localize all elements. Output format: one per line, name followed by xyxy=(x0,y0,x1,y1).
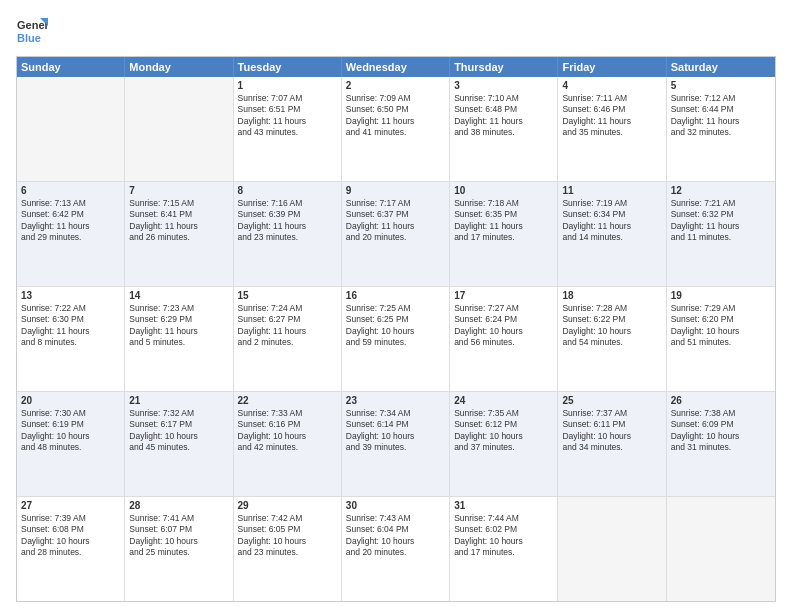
day-info-12: Sunrise: 7:21 AMSunset: 6:32 PMDaylight:… xyxy=(671,198,771,244)
day-number-11: 11 xyxy=(562,185,661,196)
day-info-14: Sunrise: 7:23 AMSunset: 6:29 PMDaylight:… xyxy=(129,303,228,349)
day-cell-20: 20Sunrise: 7:30 AMSunset: 6:19 PMDayligh… xyxy=(17,392,125,496)
day-cell-15: 15Sunrise: 7:24 AMSunset: 6:27 PMDayligh… xyxy=(234,287,342,391)
day-cell-30: 30Sunrise: 7:43 AMSunset: 6:04 PMDayligh… xyxy=(342,497,450,601)
day-cell-11: 11Sunrise: 7:19 AMSunset: 6:34 PMDayligh… xyxy=(558,182,666,286)
day-info-27: Sunrise: 7:39 AMSunset: 6:08 PMDaylight:… xyxy=(21,513,120,559)
day-number-14: 14 xyxy=(129,290,228,301)
day-cell-21: 21Sunrise: 7:32 AMSunset: 6:17 PMDayligh… xyxy=(125,392,233,496)
day-number-21: 21 xyxy=(129,395,228,406)
day-number-9: 9 xyxy=(346,185,445,196)
day-info-25: Sunrise: 7:37 AMSunset: 6:11 PMDaylight:… xyxy=(562,408,661,454)
day-cell-14: 14Sunrise: 7:23 AMSunset: 6:29 PMDayligh… xyxy=(125,287,233,391)
day-cell-31: 31Sunrise: 7:44 AMSunset: 6:02 PMDayligh… xyxy=(450,497,558,601)
day-cell-28: 28Sunrise: 7:41 AMSunset: 6:07 PMDayligh… xyxy=(125,497,233,601)
day-cell-13: 13Sunrise: 7:22 AMSunset: 6:30 PMDayligh… xyxy=(17,287,125,391)
day-number-18: 18 xyxy=(562,290,661,301)
day-info-21: Sunrise: 7:32 AMSunset: 6:17 PMDaylight:… xyxy=(129,408,228,454)
day-number-31: 31 xyxy=(454,500,553,511)
day-info-15: Sunrise: 7:24 AMSunset: 6:27 PMDaylight:… xyxy=(238,303,337,349)
day-cell-17: 17Sunrise: 7:27 AMSunset: 6:24 PMDayligh… xyxy=(450,287,558,391)
day-number-25: 25 xyxy=(562,395,661,406)
logo: General Blue xyxy=(16,16,48,48)
day-info-29: Sunrise: 7:42 AMSunset: 6:05 PMDaylight:… xyxy=(238,513,337,559)
day-cell-1: 1Sunrise: 7:07 AMSunset: 6:51 PMDaylight… xyxy=(234,77,342,181)
day-info-1: Sunrise: 7:07 AMSunset: 6:51 PMDaylight:… xyxy=(238,93,337,139)
day-info-8: Sunrise: 7:16 AMSunset: 6:39 PMDaylight:… xyxy=(238,198,337,244)
day-cell-29: 29Sunrise: 7:42 AMSunset: 6:05 PMDayligh… xyxy=(234,497,342,601)
day-info-3: Sunrise: 7:10 AMSunset: 6:48 PMDaylight:… xyxy=(454,93,553,139)
day-number-2: 2 xyxy=(346,80,445,91)
day-info-11: Sunrise: 7:19 AMSunset: 6:34 PMDaylight:… xyxy=(562,198,661,244)
day-info-6: Sunrise: 7:13 AMSunset: 6:42 PMDaylight:… xyxy=(21,198,120,244)
empty-cell-0-0 xyxy=(17,77,125,181)
page: General Blue SundayMondayTuesdayWednesda… xyxy=(0,0,792,612)
week-row-2: 6Sunrise: 7:13 AMSunset: 6:42 PMDaylight… xyxy=(17,182,775,287)
day-number-20: 20 xyxy=(21,395,120,406)
day-info-2: Sunrise: 7:09 AMSunset: 6:50 PMDaylight:… xyxy=(346,93,445,139)
header-cell-monday: Monday xyxy=(125,57,233,77)
header-cell-wednesday: Wednesday xyxy=(342,57,450,77)
day-info-9: Sunrise: 7:17 AMSunset: 6:37 PMDaylight:… xyxy=(346,198,445,244)
day-info-24: Sunrise: 7:35 AMSunset: 6:12 PMDaylight:… xyxy=(454,408,553,454)
header-cell-thursday: Thursday xyxy=(450,57,558,77)
day-cell-4: 4Sunrise: 7:11 AMSunset: 6:46 PMDaylight… xyxy=(558,77,666,181)
day-number-6: 6 xyxy=(21,185,120,196)
day-cell-26: 26Sunrise: 7:38 AMSunset: 6:09 PMDayligh… xyxy=(667,392,775,496)
day-info-7: Sunrise: 7:15 AMSunset: 6:41 PMDaylight:… xyxy=(129,198,228,244)
day-number-19: 19 xyxy=(671,290,771,301)
day-cell-6: 6Sunrise: 7:13 AMSunset: 6:42 PMDaylight… xyxy=(17,182,125,286)
day-number-10: 10 xyxy=(454,185,553,196)
day-number-27: 27 xyxy=(21,500,120,511)
day-info-13: Sunrise: 7:22 AMSunset: 6:30 PMDaylight:… xyxy=(21,303,120,349)
day-cell-5: 5Sunrise: 7:12 AMSunset: 6:44 PMDaylight… xyxy=(667,77,775,181)
day-cell-8: 8Sunrise: 7:16 AMSunset: 6:39 PMDaylight… xyxy=(234,182,342,286)
empty-cell-4-6 xyxy=(667,497,775,601)
day-info-26: Sunrise: 7:38 AMSunset: 6:09 PMDaylight:… xyxy=(671,408,771,454)
day-number-17: 17 xyxy=(454,290,553,301)
day-info-31: Sunrise: 7:44 AMSunset: 6:02 PMDaylight:… xyxy=(454,513,553,559)
week-row-5: 27Sunrise: 7:39 AMSunset: 6:08 PMDayligh… xyxy=(17,497,775,601)
day-number-1: 1 xyxy=(238,80,337,91)
day-info-16: Sunrise: 7:25 AMSunset: 6:25 PMDaylight:… xyxy=(346,303,445,349)
day-info-10: Sunrise: 7:18 AMSunset: 6:35 PMDaylight:… xyxy=(454,198,553,244)
day-info-22: Sunrise: 7:33 AMSunset: 6:16 PMDaylight:… xyxy=(238,408,337,454)
day-cell-24: 24Sunrise: 7:35 AMSunset: 6:12 PMDayligh… xyxy=(450,392,558,496)
day-number-3: 3 xyxy=(454,80,553,91)
day-info-5: Sunrise: 7:12 AMSunset: 6:44 PMDaylight:… xyxy=(671,93,771,139)
day-number-30: 30 xyxy=(346,500,445,511)
day-number-7: 7 xyxy=(129,185,228,196)
day-cell-10: 10Sunrise: 7:18 AMSunset: 6:35 PMDayligh… xyxy=(450,182,558,286)
header: General Blue xyxy=(16,16,776,48)
day-cell-27: 27Sunrise: 7:39 AMSunset: 6:08 PMDayligh… xyxy=(17,497,125,601)
logo-svg: General Blue xyxy=(16,16,48,48)
day-number-28: 28 xyxy=(129,500,228,511)
day-cell-2: 2Sunrise: 7:09 AMSunset: 6:50 PMDaylight… xyxy=(342,77,450,181)
week-row-1: 1Sunrise: 7:07 AMSunset: 6:51 PMDaylight… xyxy=(17,77,775,182)
calendar: SundayMondayTuesdayWednesdayThursdayFrid… xyxy=(16,56,776,602)
day-info-4: Sunrise: 7:11 AMSunset: 6:46 PMDaylight:… xyxy=(562,93,661,139)
day-cell-23: 23Sunrise: 7:34 AMSunset: 6:14 PMDayligh… xyxy=(342,392,450,496)
day-number-8: 8 xyxy=(238,185,337,196)
header-cell-sunday: Sunday xyxy=(17,57,125,77)
day-cell-9: 9Sunrise: 7:17 AMSunset: 6:37 PMDaylight… xyxy=(342,182,450,286)
header-cell-tuesday: Tuesday xyxy=(234,57,342,77)
calendar-header-row: SundayMondayTuesdayWednesdayThursdayFrid… xyxy=(17,57,775,77)
day-number-5: 5 xyxy=(671,80,771,91)
day-number-26: 26 xyxy=(671,395,771,406)
day-cell-7: 7Sunrise: 7:15 AMSunset: 6:41 PMDaylight… xyxy=(125,182,233,286)
svg-text:Blue: Blue xyxy=(17,32,41,44)
day-number-13: 13 xyxy=(21,290,120,301)
empty-cell-4-5 xyxy=(558,497,666,601)
day-number-24: 24 xyxy=(454,395,553,406)
day-info-18: Sunrise: 7:28 AMSunset: 6:22 PMDaylight:… xyxy=(562,303,661,349)
day-number-16: 16 xyxy=(346,290,445,301)
calendar-body: 1Sunrise: 7:07 AMSunset: 6:51 PMDaylight… xyxy=(17,77,775,601)
day-cell-12: 12Sunrise: 7:21 AMSunset: 6:32 PMDayligh… xyxy=(667,182,775,286)
day-number-4: 4 xyxy=(562,80,661,91)
day-cell-25: 25Sunrise: 7:37 AMSunset: 6:11 PMDayligh… xyxy=(558,392,666,496)
week-row-4: 20Sunrise: 7:30 AMSunset: 6:19 PMDayligh… xyxy=(17,392,775,497)
day-cell-19: 19Sunrise: 7:29 AMSunset: 6:20 PMDayligh… xyxy=(667,287,775,391)
day-number-29: 29 xyxy=(238,500,337,511)
day-number-22: 22 xyxy=(238,395,337,406)
